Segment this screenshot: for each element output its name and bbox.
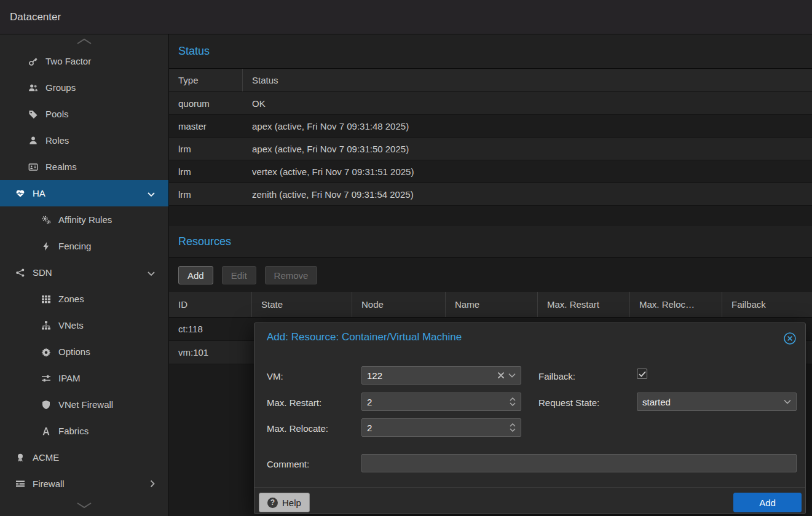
users-icon <box>28 83 39 93</box>
request-state-select[interactable] <box>637 393 797 411</box>
column-header-id[interactable]: ID <box>169 292 252 317</box>
spinner-icons[interactable] <box>510 423 516 432</box>
dialog-add-button[interactable]: Add <box>733 493 802 512</box>
column-header-name[interactable]: Name <box>446 292 538 317</box>
fabrics-icon <box>41 426 52 436</box>
status-table-header: Type Status <box>169 69 812 92</box>
cell-status: apex (active, Fri Nov 7 09:31:50 2025) <box>243 144 409 154</box>
max-relocate-stepper[interactable] <box>361 418 521 437</box>
sidebar-item-vnets[interactable]: VNets <box>0 312 168 338</box>
sidebar-item-acme[interactable]: ACME <box>0 444 168 471</box>
key-icon <box>28 57 39 66</box>
sidebar-item-two-factor[interactable]: Two Factor <box>0 48 168 74</box>
vm-input[interactable] <box>367 370 494 381</box>
sidebar-item-affinity-rules[interactable]: Affinity Rules <box>0 206 168 233</box>
resources-toolbar: Add Edit Remove <box>169 258 812 292</box>
sitemap-icon <box>41 321 52 330</box>
help-button-label: Help <box>282 498 301 508</box>
header: Datacenter <box>0 0 812 34</box>
vm-label: VM: <box>267 371 283 381</box>
column-header-state[interactable]: State <box>252 292 352 317</box>
heartbeat-icon <box>15 189 26 198</box>
sidebar-item-groups[interactable]: Groups <box>0 74 168 101</box>
failback-label: Failback: <box>538 371 575 381</box>
max-relocate-input[interactable] <box>367 423 506 433</box>
close-icon[interactable] <box>782 331 797 346</box>
sidebar-item-options[interactable]: Options <box>0 338 168 365</box>
sidebar-item-sdn[interactable]: SDN <box>0 259 168 286</box>
sidebar-item-vnet-firewall[interactable]: VNet Firewall <box>0 391 168 418</box>
vm-combobox[interactable] <box>361 366 521 385</box>
user-icon <box>28 136 39 146</box>
sidebar: Two Factor Groups Pools Roles Realms <box>0 34 169 516</box>
sidebar-item-fabrics[interactable]: Fabrics <box>0 418 168 444</box>
sidebar-item-fencing[interactable]: Fencing <box>0 233 168 259</box>
request-state-value[interactable] <box>642 397 780 407</box>
edit-button[interactable]: Edit <box>222 266 256 284</box>
comment-input[interactable] <box>367 458 791 469</box>
sidebar-item-label: Options <box>58 346 90 357</box>
max-restart-stepper[interactable] <box>361 393 521 411</box>
chevron-down-icon[interactable] <box>508 373 516 378</box>
cell-type: lrm <box>169 144 243 154</box>
chevron-down-icon[interactable] <box>148 267 155 278</box>
table-row[interactable]: lrm zenith (active, Fri Nov 7 09:31:54 2… <box>169 183 812 206</box>
sidebar-item-label: Groups <box>45 82 76 93</box>
cell-status: vertex (active, Fri Nov 7 09:31:51 2025) <box>243 166 414 177</box>
sidebar-item-label: Firewall <box>33 479 65 489</box>
sidebar-item-label: Roles <box>45 135 69 146</box>
bolt-icon <box>41 241 52 251</box>
footer-divider <box>254 487 805 488</box>
failback-checkbox[interactable] <box>637 369 647 379</box>
max-restart-label: Max. Restart: <box>267 397 321 408</box>
spinner-icons[interactable] <box>510 397 516 406</box>
help-button[interactable]: ? Help <box>259 493 310 512</box>
request-state-label: Request State: <box>538 397 599 408</box>
max-relocate-label: Max. Relocate: <box>267 423 328 434</box>
sidebar-item-roles[interactable]: Roles <box>0 127 168 154</box>
clear-icon[interactable] <box>497 372 505 379</box>
max-restart-input[interactable] <box>367 397 506 407</box>
sidebar-item-label: Affinity Rules <box>58 214 112 225</box>
sidebar-item-label: Realms <box>45 162 77 172</box>
status-panel-title: Status <box>169 34 812 69</box>
gear-icon <box>41 347 52 357</box>
sidebar-item-realms[interactable]: Realms <box>0 154 168 180</box>
chevron-right-icon[interactable] <box>150 479 155 489</box>
table-row[interactable]: master apex (active, Fri Nov 7 09:31:48 … <box>169 115 812 138</box>
firewall-icon <box>15 479 26 489</box>
chevron-down-icon[interactable] <box>148 188 155 198</box>
column-header-max-relocate[interactable]: Max. Reloc… <box>630 292 722 317</box>
sidebar-item-label: Pools <box>45 109 69 119</box>
table-row[interactable]: lrm apex (active, Fri Nov 7 09:31:50 202… <box>169 138 812 160</box>
table-row[interactable]: lrm vertex (active, Fri Nov 7 09:31:51 2… <box>169 160 812 183</box>
sidebar-item-ipam[interactable]: IPAM <box>0 365 168 391</box>
cell-id: vm:101 <box>169 347 252 358</box>
column-header-max-restart[interactable]: Max. Restart <box>538 292 630 317</box>
sidebar-item-zones[interactable]: Zones <box>0 286 168 312</box>
cell-status: zenith (active, Fri Nov 7 09:31:54 2025) <box>243 189 414 200</box>
column-header-node[interactable]: Node <box>352 292 446 317</box>
tag-icon <box>28 109 39 119</box>
sidebar-item-label: Fencing <box>58 241 91 251</box>
cell-status: OK <box>243 98 266 109</box>
dialog-title: Add: Resource: Container/Virtual Machine <box>267 331 462 343</box>
scroll-up-indicator[interactable] <box>0 34 168 48</box>
sliders-icon <box>41 373 52 383</box>
remove-button[interactable]: Remove <box>265 266 318 284</box>
cell-type: lrm <box>169 166 243 177</box>
question-icon: ? <box>267 498 278 508</box>
column-header-status[interactable]: Status <box>243 69 812 92</box>
sidebar-item-firewall[interactable]: Firewall <box>0 471 168 497</box>
table-row[interactable]: quorum OK <box>169 92 812 115</box>
scroll-down-indicator[interactable] <box>0 495 168 516</box>
column-header-failback[interactable]: Failback <box>722 292 812 317</box>
chevron-down-icon[interactable] <box>784 399 791 404</box>
comment-field[interactable] <box>361 454 797 472</box>
sidebar-item-ha[interactable]: HA <box>0 180 168 206</box>
shield-icon <box>41 400 52 410</box>
sidebar-item-pools[interactable]: Pools <box>0 101 168 127</box>
status-panel: Status Type Status quorum OK master apex… <box>169 34 812 206</box>
add-button[interactable]: Add <box>178 266 213 284</box>
column-header-type[interactable]: Type <box>169 69 243 92</box>
